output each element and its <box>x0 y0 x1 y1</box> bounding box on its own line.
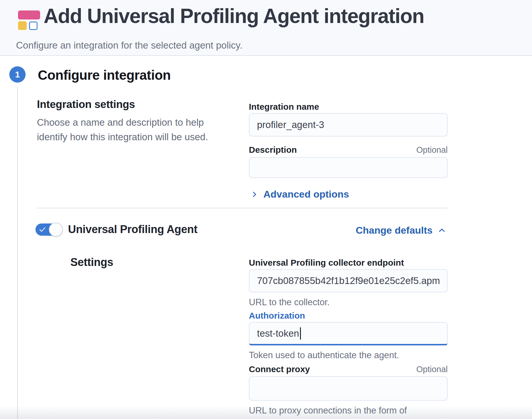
integration-name-label: Integration name <box>249 102 448 112</box>
description-field-row: Description Optional <box>249 145 448 155</box>
page-header: Add Universal Profiling Agent integratio… <box>0 0 532 56</box>
description-optional-badge: Optional <box>416 145 448 155</box>
page-title: Add Universal Profiling Agent integratio… <box>44 3 424 29</box>
page-subtitle: Configure an integration for the selecte… <box>16 40 242 51</box>
connect-proxy-field-row: Connect proxy Optional <box>249 364 448 374</box>
icon-tile-outline <box>29 22 38 30</box>
integration-name-input[interactable] <box>249 113 448 136</box>
authorization-help: Token used to authenticate the agent. <box>249 349 448 362</box>
icon-tile-pink <box>18 10 40 19</box>
advanced-options-link[interactable]: Advanced options <box>251 189 349 200</box>
authorization-label: Authorization <box>249 311 448 321</box>
change-defaults-link[interactable]: Change defaults <box>356 225 446 236</box>
connect-proxy-help: URL to proxy connections in the form of … <box>249 404 448 419</box>
authorization-value: test-token <box>257 328 299 339</box>
step-number-badge: 1 <box>9 66 26 83</box>
connect-proxy-input[interactable] <box>249 376 448 401</box>
connect-proxy-help-line1: URL to proxy connections in the form of … <box>249 404 448 419</box>
step-connector-line <box>17 87 18 419</box>
step-title: Configure integration <box>38 67 171 83</box>
settings-heading: Settings <box>70 256 113 269</box>
collector-endpoint-input[interactable] <box>249 269 448 292</box>
check-icon <box>39 227 46 232</box>
toggle-knob <box>49 223 63 237</box>
connect-proxy-optional-badge: Optional <box>416 365 448 374</box>
integration-settings-description: Choose a name and description to help id… <box>37 115 227 144</box>
description-label: Description <box>249 145 297 155</box>
collector-endpoint-help: URL to the collector. <box>249 296 448 309</box>
integration-tiles-icon <box>18 10 41 31</box>
authorization-input[interactable]: test-token <box>249 322 448 345</box>
chevron-right-icon <box>251 191 258 198</box>
chevron-up-icon <box>438 226 446 235</box>
change-defaults-label: Change defaults <box>356 225 433 236</box>
text-cursor <box>300 327 301 340</box>
universal-profiling-agent-label: Universal Profiling Agent <box>68 222 197 236</box>
collector-endpoint-label: Universal Profiling collector endpoint <box>249 258 448 268</box>
integration-settings-heading: Integration settings <box>37 98 135 111</box>
description-textarea[interactable] <box>249 157 448 178</box>
universal-profiling-agent-toggle[interactable] <box>35 223 62 236</box>
advanced-options-label: Advanced options <box>263 189 349 200</box>
section-divider <box>37 208 448 208</box>
icon-tile-yellow <box>18 21 27 30</box>
connect-proxy-label: Connect proxy <box>249 364 310 374</box>
